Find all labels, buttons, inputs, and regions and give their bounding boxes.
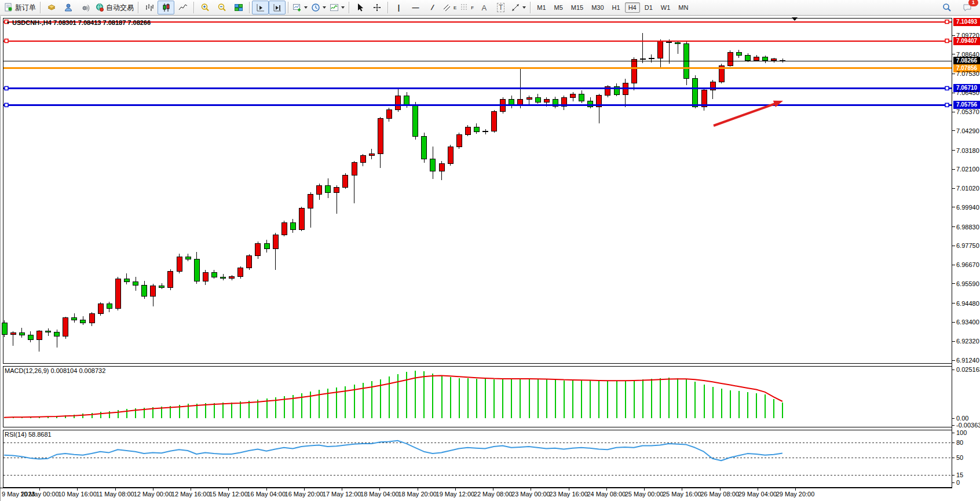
timeframe-button-h1[interactable]: H1 bbox=[609, 2, 624, 13]
search-button[interactable] bbox=[938, 1, 955, 14]
timeframe-button-h4[interactable]: H4 bbox=[625, 2, 640, 13]
new-order-icon bbox=[4, 3, 13, 12]
date-label: 16 May 20:00 bbox=[285, 491, 324, 498]
separator bbox=[40, 2, 41, 13]
notifications-button[interactable]: 1 bbox=[959, 1, 975, 14]
chart-shift-icon bbox=[273, 3, 282, 12]
toolbar: 新订单 自动交易 bbox=[0, 0, 980, 16]
arrows-tool[interactable] bbox=[509, 1, 528, 14]
candlestick-icon bbox=[162, 3, 171, 12]
new-order-label: 新订单 bbox=[15, 3, 36, 13]
dropdown-caret bbox=[323, 6, 326, 9]
date-label: 15 May 12:00 bbox=[209, 491, 248, 498]
fibo-glyph: F bbox=[471, 5, 474, 10]
timeframe-button-mn[interactable]: MN bbox=[675, 2, 692, 13]
date-label: 10 May 00:00 bbox=[20, 491, 59, 498]
date-label: 26 May 08:00 bbox=[700, 491, 739, 498]
candlestick-chart-button[interactable] bbox=[158, 1, 174, 14]
date-label: 12 May 00:00 bbox=[134, 491, 173, 498]
rsi-axis-label: 100 bbox=[956, 429, 967, 436]
separator bbox=[349, 2, 349, 13]
timeframe-button-m15[interactable]: M15 bbox=[568, 2, 587, 13]
fibonacci-tool[interactable]: F bbox=[458, 1, 476, 14]
trendline-tool[interactable]: / bbox=[424, 1, 441, 14]
cursor-tool-button[interactable] bbox=[352, 1, 368, 14]
date-label: 19 May 12:00 bbox=[436, 491, 475, 498]
market-watch-button[interactable] bbox=[60, 1, 76, 14]
history-center-button[interactable] bbox=[43, 1, 60, 14]
line-chart-icon bbox=[178, 3, 188, 12]
rsi-axis-label: 0 bbox=[956, 479, 960, 486]
zoom-out-icon bbox=[217, 3, 226, 12]
dropdown-caret bbox=[304, 6, 308, 9]
timeframe-button-m1[interactable]: M1 bbox=[533, 2, 549, 13]
macd-axis-label: 0.025163 bbox=[956, 366, 980, 373]
text-tool[interactable]: A bbox=[476, 1, 492, 14]
bar-chart-icon bbox=[145, 3, 154, 12]
chart-shift-button[interactable] bbox=[269, 1, 286, 14]
symbol-dropdown-icon[interactable]: ▼ bbox=[6, 20, 10, 25]
date-label: 16 May 04:00 bbox=[247, 491, 286, 498]
chart-shift-marker[interactable] bbox=[792, 17, 798, 21]
fibonacci-icon bbox=[460, 3, 469, 12]
timeframe-button-d1[interactable]: D1 bbox=[641, 2, 656, 13]
date-label: 29 May 20:00 bbox=[776, 491, 815, 498]
profiles-button[interactable] bbox=[309, 1, 328, 14]
auto-trading-icon bbox=[95, 3, 104, 12]
horizontal-line-tool[interactable]: — bbox=[407, 1, 424, 14]
indicators-button[interactable] bbox=[328, 1, 346, 14]
new-order-button[interactable]: 新订单 bbox=[2, 1, 38, 14]
broadcast-button[interactable] bbox=[76, 1, 93, 14]
chart-window[interactable] bbox=[0, 16, 980, 501]
line-chart-button[interactable] bbox=[174, 1, 191, 14]
price-tick-label: 6.91240 bbox=[956, 357, 979, 364]
date-label: 12 May 16:00 bbox=[171, 491, 210, 498]
auto-trading-button[interactable]: 自动交易 bbox=[93, 1, 136, 14]
vertical-line-tool[interactable]: | bbox=[390, 1, 407, 14]
label-glyph: T bbox=[497, 3, 504, 12]
speaker-icon bbox=[81, 3, 90, 12]
price-tick-label: 6.93400 bbox=[956, 319, 979, 326]
price-tick-label: 6.95590 bbox=[956, 280, 979, 287]
separator bbox=[530, 2, 531, 13]
bar-chart-button[interactable] bbox=[141, 1, 158, 14]
text-glyph: A bbox=[481, 3, 487, 12]
date-label: 24 May 08:00 bbox=[587, 491, 626, 498]
timeframe-button-w1[interactable]: W1 bbox=[657, 2, 674, 13]
date-label: 23 May 16:00 bbox=[549, 491, 588, 498]
price-tick-label: 7.02100 bbox=[956, 166, 979, 173]
auto-trading-label: 自动交易 bbox=[106, 3, 134, 13]
timeframe-button-m30[interactable]: M30 bbox=[588, 2, 607, 13]
trendline-glyph: / bbox=[430, 3, 434, 12]
new-chart-icon bbox=[292, 3, 302, 12]
auto-scroll-button[interactable] bbox=[252, 1, 269, 14]
channel-tool[interactable]: E bbox=[441, 1, 458, 14]
separator bbox=[288, 2, 288, 13]
vline-glyph: | bbox=[398, 3, 400, 12]
crosshair-tool-button[interactable] bbox=[368, 1, 385, 14]
clock-icon bbox=[311, 3, 320, 12]
auto-scroll-icon bbox=[256, 3, 265, 12]
indicators-icon bbox=[330, 3, 339, 12]
zoom-in-button[interactable] bbox=[196, 1, 213, 14]
price-tick-label: 6.94480 bbox=[956, 300, 979, 307]
rsi-axis-label: 15 bbox=[956, 471, 963, 478]
label-tool[interactable]: T bbox=[492, 1, 509, 14]
date-label: 25 May 16:00 bbox=[663, 491, 701, 498]
tile-windows-button[interactable] bbox=[230, 1, 247, 14]
date-label: 11 May 08:00 bbox=[96, 491, 134, 498]
date-label: 18 May 04:00 bbox=[360, 491, 399, 498]
price-tick-label: 7.04290 bbox=[956, 127, 979, 134]
date-label: 10 May 16:00 bbox=[58, 491, 97, 498]
new-chart-button[interactable] bbox=[291, 1, 309, 14]
separator bbox=[138, 2, 138, 13]
price-tick-label: 6.92320 bbox=[956, 338, 979, 345]
rsi-panel-title: RSI(14) 58.8681 bbox=[5, 431, 52, 438]
zoom-out-button[interactable] bbox=[213, 1, 230, 14]
search-icon bbox=[942, 3, 952, 12]
price-tick-label: 7.09720 bbox=[956, 32, 979, 39]
timeframe-button-m5[interactable]: M5 bbox=[551, 2, 566, 13]
chart-symbol-timeframe: USDCNH-,H4 bbox=[12, 19, 52, 26]
person-icon bbox=[64, 3, 73, 12]
dropdown-caret bbox=[522, 6, 526, 9]
